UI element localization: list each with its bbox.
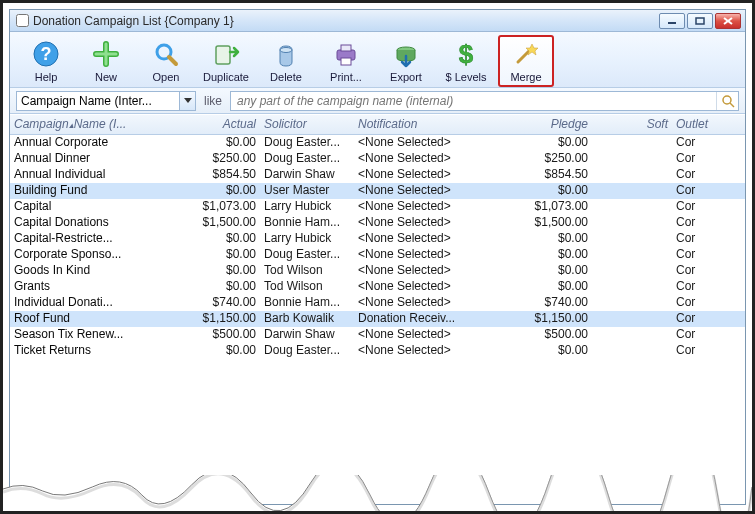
cell-notif: <None Selected>	[354, 295, 478, 311]
search-box[interactable]	[230, 91, 739, 111]
cell-actual: $0.00	[188, 183, 260, 199]
titlebar-checkbox[interactable]	[16, 14, 29, 27]
help-icon: ?	[30, 38, 62, 70]
cell-soft	[592, 199, 672, 215]
cell-notif: <None Selected>	[354, 135, 478, 151]
cell-pledge: $0.00	[478, 279, 592, 295]
cell-actual: $0.00	[188, 279, 260, 295]
table-row[interactable]: Roof Fund$1,150.00Barb KowalikDonation R…	[10, 311, 745, 327]
close-button[interactable]	[715, 13, 741, 29]
svg-line-18	[730, 103, 734, 107]
cell-soft	[592, 135, 672, 151]
cell-actual: $854.50	[188, 167, 260, 183]
close-icon	[723, 17, 733, 25]
window-title: Donation Campaign List {Company 1}	[33, 14, 659, 28]
cell-outlet: Cor	[672, 183, 716, 199]
table-row[interactable]: Annual Individual$854.50Darwin Shaw<None…	[10, 167, 745, 183]
column-header-outlet[interactable]: Outlet	[672, 115, 716, 134]
toolbar-label: Duplicate	[203, 71, 249, 83]
table-row[interactable]: Capital-Restricte...$0.00Larry Hubick<No…	[10, 231, 745, 247]
cell-soft	[592, 183, 672, 199]
cell-pledge: $1,073.00	[478, 199, 592, 215]
svg-point-17	[723, 96, 731, 104]
cell-name: Capital	[10, 199, 188, 215]
cell-outlet: Cor	[672, 231, 716, 247]
cell-outlet: Cor	[672, 295, 716, 311]
table-row[interactable]: Capital$1,073.00Larry Hubick<None Select…	[10, 199, 745, 215]
cell-soft	[592, 215, 672, 231]
cell-soft	[592, 311, 672, 327]
table-row[interactable]: Ticket Returns$0.00Doug Easter...<None S…	[10, 343, 745, 359]
export-icon	[390, 38, 422, 70]
cell-notif: <None Selected>	[354, 151, 478, 167]
column-header-pledge[interactable]: Pledge	[478, 115, 592, 134]
table-row[interactable]: Grants$0.00Tod Wilson<None Selected>$0.0…	[10, 279, 745, 295]
cell-actual: $0.00	[188, 247, 260, 263]
merge-button[interactable]: Merge	[498, 35, 554, 87]
svg-rect-11	[341, 45, 351, 51]
table-row[interactable]: Season Tix Renew...$500.00Darwin Shaw<No…	[10, 327, 745, 343]
toolbar-label: Merge	[510, 71, 541, 83]
chevron-down-icon[interactable]	[179, 92, 195, 110]
cell-solic: User Master	[260, 183, 354, 199]
table-row[interactable]: Corporate Sponso...$0.00Doug Easter...<N…	[10, 247, 745, 263]
filter-field-input[interactable]	[17, 94, 179, 108]
print-button[interactable]: Print...	[318, 35, 374, 87]
cell-pledge: $250.00	[478, 151, 592, 167]
svg-marker-16	[184, 98, 192, 103]
minimize-icon	[667, 17, 677, 25]
open-icon	[150, 38, 182, 70]
cell-actual: $0.00	[188, 135, 260, 151]
grid-body[interactable]: Annual Corporate$0.00Doug Easter...<None…	[10, 135, 745, 484]
cell-outlet: Cor	[672, 311, 716, 327]
duplicate-button[interactable]: Duplicate	[198, 35, 254, 87]
table-row[interactable]: Annual Dinner$250.00Doug Easter...<None …	[10, 151, 745, 167]
table-row[interactable]: Annual Corporate$0.00Doug Easter...<None…	[10, 135, 745, 151]
table-row[interactable]: Individual Donati...$740.00Bonnie Ham...…	[10, 295, 745, 311]
toolbar: ?HelpNewOpenDuplicateDeletePrint...Expor…	[10, 32, 745, 88]
titlebar: Donation Campaign List {Company 1}	[10, 10, 745, 32]
help-button[interactable]: ?Help	[18, 35, 74, 87]
cell-name: Corporate Sponso...	[10, 247, 188, 263]
column-header-notif[interactable]: Notification	[354, 115, 478, 134]
toolbar-label: $ Levels	[446, 71, 487, 83]
cell-solic: Tod Wilson	[260, 279, 354, 295]
dollar-icon: $	[450, 38, 482, 70]
new-icon	[90, 38, 122, 70]
search-wand-icon	[721, 94, 735, 108]
column-header-solic[interactable]: Solicitor	[260, 115, 354, 134]
new-button[interactable]: New	[78, 35, 134, 87]
cell-outlet: Cor	[672, 135, 716, 151]
cell-pledge: $0.00	[478, 231, 592, 247]
delete-button[interactable]: Delete	[258, 35, 314, 87]
maximize-button[interactable]	[687, 13, 713, 29]
table-row[interactable]: Building Fund$0.00User Master<None Selec…	[10, 183, 745, 199]
table-row[interactable]: Goods In Kind$0.00Tod Wilson<None Select…	[10, 263, 745, 279]
cell-solic: Tod Wilson	[260, 263, 354, 279]
cell-pledge: $0.00	[478, 247, 592, 263]
open-button[interactable]: Open	[138, 35, 194, 87]
search-button[interactable]	[716, 92, 738, 110]
window-buttons	[659, 13, 745, 29]
filter-field-combo[interactable]	[16, 91, 196, 111]
toolbar-label: Print...	[330, 71, 362, 83]
search-input[interactable]	[231, 94, 716, 108]
cell-solic: Barb Kowalik	[260, 311, 354, 327]
column-header-name[interactable]: Campaign▴Name (I...	[10, 115, 188, 134]
cell-name: Ticket Returns	[10, 343, 188, 359]
cell-solic: Bonnie Ham...	[260, 295, 354, 311]
cell-solic: Doug Easter...	[260, 343, 354, 359]
delete-icon	[270, 38, 302, 70]
column-header-soft[interactable]: Soft	[592, 115, 672, 134]
minimize-button[interactable]	[659, 13, 685, 29]
dollar-button[interactable]: $$ Levels	[438, 35, 494, 87]
toolbar-label: Open	[153, 71, 180, 83]
cell-solic: Darwin Shaw	[260, 327, 354, 343]
column-header-actual[interactable]: Actual	[188, 115, 260, 134]
table-row[interactable]: Capital Donations$1,500.00Bonnie Ham...<…	[10, 215, 745, 231]
cell-solic: Larry Hubick	[260, 199, 354, 215]
toolbar-label: New	[95, 71, 117, 83]
cell-solic: Doug Easter...	[260, 135, 354, 151]
screenshot-frame: Donation Campaign List {Company 1} ?Help…	[0, 0, 755, 514]
export-button[interactable]: Export	[378, 35, 434, 87]
